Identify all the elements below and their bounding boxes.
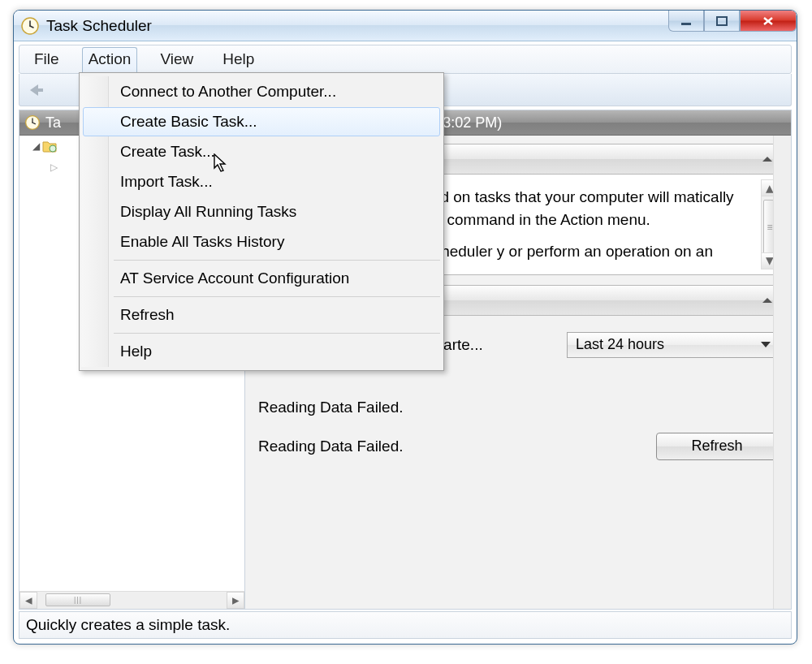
refresh-row: Reading Data Failed. Refresh — [258, 433, 778, 460]
menuitem-help[interactable]: Help — [83, 337, 440, 366]
menuitem-at-service-config[interactable]: AT Service Account Configuration — [83, 264, 440, 293]
tree-hscrollbar[interactable]: ◂ ▸ — [19, 591, 244, 609]
status-fail-1: Reading Data Failed. — [258, 399, 778, 416]
svg-rect-3 — [681, 23, 691, 25]
expand-icon[interactable]: ◢ — [32, 140, 40, 152]
task-scheduler-window: Task Scheduler File Action View Help — [13, 10, 797, 645]
minimize-button[interactable] — [668, 11, 704, 32]
expand-icon[interactable]: ▷ — [50, 162, 58, 173]
window-buttons — [668, 11, 797, 41]
refresh-button[interactable]: Refresh — [656, 433, 778, 460]
folder-icon — [42, 140, 57, 153]
menuitem-connect-computer[interactable]: Connect to Another Computer... — [83, 77, 440, 106]
scroll-track[interactable] — [37, 592, 227, 609]
status-period-value: Last 24 hours — [576, 336, 664, 353]
dropdown-separator — [114, 260, 440, 261]
clock-icon — [24, 114, 41, 131]
status-period-combo[interactable]: Last 24 hours — [567, 332, 778, 358]
clock-icon — [20, 16, 40, 36]
menuitem-create-basic-task[interactable]: Create Basic Task... — [83, 107, 440, 136]
menuitem-refresh[interactable]: Refresh — [83, 300, 440, 330]
svg-rect-5 — [37, 88, 43, 92]
scroll-thumb[interactable] — [45, 593, 110, 606]
action-dropdown: Connect to Another Computer... Create Ba… — [79, 72, 444, 371]
titlebar: Task Scheduler — [14, 11, 797, 41]
menu-view[interactable]: View — [153, 47, 200, 71]
back-button[interactable] — [24, 79, 47, 101]
close-button[interactable] — [740, 11, 797, 32]
status-fail-2: Reading Data Failed. — [258, 438, 404, 455]
dropdown-separator — [114, 296, 440, 297]
maximize-button[interactable] — [704, 11, 740, 32]
statusbar-text: Quickly creates a simple task. — [26, 616, 230, 634]
menuitem-enable-history[interactable]: Enable All Tasks History — [83, 227, 440, 257]
menuitem-import-task[interactable]: Import Task... — [83, 167, 440, 196]
svg-rect-4 — [717, 17, 727, 25]
menu-file[interactable]: File — [28, 47, 66, 71]
tree-root-label: Ta — [45, 114, 61, 132]
statusbar: Quickly creates a simple task. — [19, 611, 792, 639]
refresh-button-label: Refresh — [691, 438, 742, 455]
menu-action[interactable]: Action — [82, 47, 138, 75]
chevron-up-icon — [762, 298, 772, 303]
forward-button[interactable] — [50, 79, 73, 101]
dropdown-separator — [114, 333, 440, 334]
chevron-up-icon — [762, 157, 772, 162]
menubar: File Action View Help — [19, 45, 792, 74]
content-vscrollbar[interactable] — [773, 136, 791, 609]
menuitem-display-running[interactable]: Display All Running Tasks — [83, 197, 440, 226]
menuitem-create-task[interactable]: Create Task... — [83, 137, 440, 166]
chevron-down-icon — [761, 342, 771, 347]
menu-help[interactable]: Help — [216, 47, 261, 71]
window-title: Task Scheduler — [46, 17, 152, 35]
scroll-right-icon[interactable]: ▸ — [227, 592, 244, 609]
scroll-left-icon[interactable]: ◂ — [19, 592, 37, 609]
svg-point-9 — [50, 145, 56, 152]
